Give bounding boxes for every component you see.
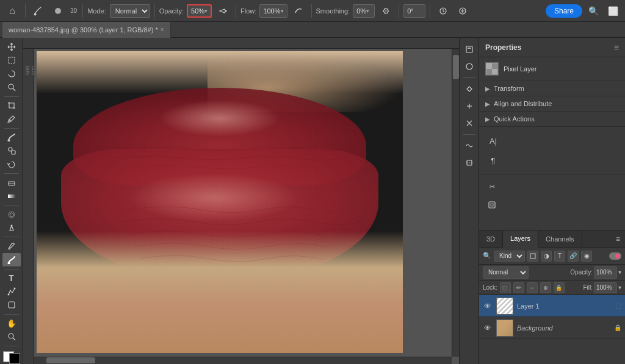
opacity-group: Opacity: 100% ▾ bbox=[570, 266, 621, 279]
eraser-button[interactable] bbox=[2, 176, 21, 189]
filter-icon: 🔍 bbox=[483, 252, 491, 260]
lock-label: Lock: bbox=[483, 284, 497, 291]
search-button[interactable]: 🔍 bbox=[585, 2, 602, 20]
separator bbox=[463, 134, 475, 135]
brush-tool-button[interactable] bbox=[30, 2, 47, 20]
mode-select[interactable]: Normal bbox=[110, 4, 150, 18]
history-brush-button[interactable] bbox=[2, 158, 21, 171]
layer-row[interactable]: 👁 Background 🔒 bbox=[479, 317, 625, 339]
layer-visibility-toggle[interactable]: 👁 bbox=[483, 301, 493, 311]
dodge-button[interactable] bbox=[2, 221, 21, 234]
mini-tool-7[interactable] bbox=[461, 155, 477, 171]
lasso-tool-button[interactable] bbox=[2, 67, 21, 80]
layers-tab[interactable]: Layers bbox=[503, 230, 538, 248]
svg-point-19 bbox=[13, 288, 15, 290]
gradient-button[interactable] bbox=[2, 190, 21, 202]
flow-value[interactable]: 100% ▾ bbox=[259, 4, 287, 18]
path-select-button[interactable] bbox=[2, 285, 21, 298]
transform-section[interactable]: ▶ Transform bbox=[479, 81, 625, 96]
angle-value[interactable]: 0° bbox=[403, 4, 425, 18]
healing-button[interactable] bbox=[2, 131, 21, 144]
filter-type-button[interactable]: T bbox=[554, 251, 565, 262]
filter-select[interactable]: Kind bbox=[494, 251, 525, 262]
blend-mode-select[interactable]: Normal bbox=[483, 266, 529, 279]
mini-tool-1[interactable] bbox=[461, 41, 477, 57]
window-button[interactable]: ⬜ bbox=[604, 2, 621, 20]
opacity-arrow[interactable]: ▾ bbox=[204, 8, 208, 14]
mini-tool-2[interactable] bbox=[461, 59, 477, 74]
scissors-button[interactable]: ✂ bbox=[484, 179, 500, 194]
type-button[interactable]: T bbox=[2, 271, 21, 284]
fill-input[interactable]: 100% bbox=[594, 282, 617, 293]
type-align-button[interactable]: A| bbox=[485, 133, 501, 149]
hand-button[interactable]: ✋ bbox=[2, 317, 21, 330]
flow-arrow[interactable]: ▾ bbox=[281, 8, 284, 14]
zoom-button[interactable] bbox=[2, 330, 21, 343]
opacity-value[interactable]: 50% ▾ bbox=[187, 4, 212, 18]
brush-type-button[interactable] bbox=[49, 2, 67, 20]
fill-dropdown[interactable]: ▾ bbox=[618, 284, 621, 291]
settings-button[interactable]: ⚙ bbox=[377, 2, 394, 20]
quick-actions-section[interactable]: ▶ Quick Actions bbox=[479, 112, 625, 127]
marquee-tool-button[interactable] bbox=[2, 54, 21, 66]
separator bbox=[430, 4, 430, 18]
smoothing-arrow[interactable]: ▾ bbox=[366, 8, 369, 14]
home-button[interactable]: ⌂ bbox=[4, 2, 21, 20]
layers-filter-bar: 🔍 Kind ◑ T 🔗 ◉ bbox=[479, 248, 625, 265]
quick-actions-label: Quick Actions bbox=[494, 115, 535, 123]
mini-tool-5[interactable] bbox=[461, 115, 477, 131]
background-color[interactable] bbox=[9, 353, 20, 364]
filter-toggle[interactable] bbox=[609, 252, 621, 260]
crop-tool-button[interactable] bbox=[2, 99, 21, 112]
smoothing-value[interactable]: 0% ▾ bbox=[353, 4, 375, 18]
lock-all-button[interactable]: 🔒 bbox=[554, 282, 565, 293]
clone-stamp-button[interactable] bbox=[2, 145, 21, 157]
mini-tool-6[interactable] bbox=[461, 138, 477, 154]
layer-link-icon[interactable]: ⬚ bbox=[615, 302, 621, 310]
align-distribute-section[interactable]: ▶ Align and Distribute bbox=[479, 96, 625, 112]
3d-tab[interactable]: 3D bbox=[479, 230, 503, 248]
move-tool-button[interactable] bbox=[2, 40, 21, 53]
filter-pixel-button[interactable] bbox=[527, 251, 538, 262]
flow-icon-button[interactable] bbox=[290, 2, 307, 20]
tab-close-button[interactable]: × bbox=[161, 26, 164, 33]
lock-position-button[interactable]: ↔ bbox=[527, 282, 538, 293]
svg-rect-5 bbox=[9, 57, 15, 63]
share-button[interactable]: Share bbox=[546, 4, 582, 18]
filter-smart-button[interactable]: ◉ bbox=[581, 251, 592, 262]
tab-bar: woman-4837854.jpg @ 300% (Layer 1, RGB/8… bbox=[0, 22, 625, 38]
opacity-input[interactable]: 100% bbox=[594, 266, 617, 279]
mini-tool-4[interactable] bbox=[461, 98, 477, 114]
filter-adjust-button[interactable]: ◑ bbox=[541, 251, 552, 262]
lock-artboard-button[interactable]: ⊕ bbox=[540, 282, 551, 293]
layer-row[interactable]: 👁 Layer 1 ⬚ bbox=[479, 295, 625, 317]
vertical-scrollbar[interactable] bbox=[452, 49, 459, 357]
lock-pixels-button[interactable]: ✏ bbox=[513, 282, 524, 293]
document-tab[interactable]: woman-4837854.jpg @ 300% (Layer 1, RGB/8… bbox=[2, 22, 171, 38]
brush-active-button[interactable] bbox=[2, 253, 21, 266]
horizontal-scrollbar[interactable] bbox=[34, 357, 452, 364]
canvas-image-area[interactable] bbox=[34, 49, 459, 364]
layer-visibility-toggle[interactable]: 👁 bbox=[483, 323, 493, 333]
airbrush-button[interactable] bbox=[214, 2, 231, 20]
pressure-button[interactable] bbox=[435, 2, 452, 20]
properties-menu-button[interactable]: ≡ bbox=[614, 43, 619, 52]
frame-button[interactable] bbox=[484, 197, 500, 213]
svg-rect-13 bbox=[8, 194, 15, 198]
eyedropper-button[interactable] bbox=[2, 113, 21, 126]
filter-shape-button[interactable]: 🔗 bbox=[568, 251, 579, 262]
quick-select-button[interactable] bbox=[2, 81, 21, 94]
pen-button[interactable] bbox=[2, 240, 21, 252]
paragraph-button[interactable]: ¶ bbox=[485, 152, 501, 168]
opacity-dropdown[interactable]: ▾ bbox=[618, 269, 621, 276]
blur-button[interactable] bbox=[2, 208, 21, 221]
channels-tab[interactable]: Channels bbox=[538, 230, 582, 248]
vertical-scrollbar-thumb[interactable] bbox=[453, 55, 459, 79]
shape-button[interactable] bbox=[2, 299, 21, 312]
lock-transparent-button[interactable]: ⬚ bbox=[500, 282, 511, 293]
layers-panel-menu-button[interactable]: ≡ bbox=[611, 235, 625, 243]
thumbnail-bg bbox=[497, 298, 513, 314]
extra-button[interactable] bbox=[454, 2, 471, 20]
mini-tool-3[interactable] bbox=[461, 81, 477, 97]
horizontal-scrollbar-thumb[interactable] bbox=[46, 357, 95, 363]
